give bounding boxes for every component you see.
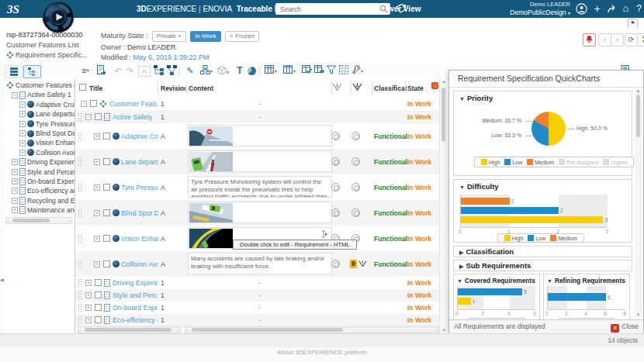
drag-handle[interactable] (78, 183, 81, 192)
row-checkbox[interactable] (103, 133, 110, 140)
settings-button[interactable]: ▾ (351, 65, 363, 77)
content-cell[interactable]: Many accidents are caused by late brakin… (188, 253, 332, 274)
expand-toggle[interactable]: + (85, 305, 92, 311)
title-horizontal-scrollbar[interactable]: ‹ › (78, 326, 181, 333)
covered-header[interactable]: ▼Covered Requirements (454, 274, 539, 284)
add-icon[interactable]: + (590, 2, 604, 16)
redo-button[interactable]: ↷ (125, 65, 134, 77)
tree-item[interactable]: +On-board Experience 1 (6, 177, 74, 186)
expand-toggle[interactable]: + (85, 292, 92, 298)
scroll-up-icon[interactable]: ▲ (440, 79, 448, 84)
table-row[interactable]: + Driving Experience 1 - In Work (75, 277, 439, 290)
content-cell[interactable]: - (188, 113, 332, 121)
drag-handle[interactable] (78, 315, 81, 325)
refining-header[interactable]: ▼Refining Requirements (544, 274, 629, 284)
scroll-left-icon[interactable]: ‹ (79, 327, 81, 333)
tree-item[interactable]: +Lane departure warni (6, 109, 74, 119)
scrollbar-thumb[interactable] (85, 328, 171, 332)
column-revision[interactable]: Revision (161, 84, 185, 92)
container-button[interactable]: ▾ (217, 65, 229, 77)
previous-button[interactable]: ‹ (598, 33, 611, 47)
row-checkbox[interactable] (103, 209, 110, 216)
next-button[interactable]: › (611, 33, 624, 47)
title-link[interactable]: Adaptive Cruise Cont (121, 133, 158, 140)
maturity-next-button[interactable]: + Frozen (225, 31, 259, 42)
user-menu[interactable]: Demo LEADER DemoPublicDesign ▾ (510, 1, 570, 17)
column-state[interactable]: State (407, 84, 424, 92)
search-input[interactable] (279, 4, 378, 15)
table-row[interactable]: + Collision Avoidance A Many accidents a… (75, 251, 439, 278)
autofit-button[interactable]: A (138, 66, 151, 77)
title-link[interactable]: Vision Enhancement (121, 235, 158, 243)
row-checkbox[interactable] (90, 100, 97, 107)
collapse-left-icon[interactable]: ◀ (0, 277, 4, 282)
title-link[interactable]: On-board Experience (113, 304, 158, 312)
tree-item[interactable]: +Blind Spot Detection (6, 129, 74, 138)
drag-handle[interactable] (78, 303, 81, 312)
classification-section-header[interactable]: ▶Classification (453, 246, 632, 257)
text-format-button[interactable]: T (235, 65, 244, 77)
scrollbar-thumb[interactable] (12, 219, 50, 222)
export-document-button[interactable] (96, 65, 106, 77)
tree-item[interactable]: +Collision Avoidance A (6, 148, 74, 157)
content-cell[interactable] (188, 150, 332, 172)
drag-handle[interactable] (78, 291, 81, 300)
row-checkbox[interactable] (103, 158, 110, 165)
expand-toggle[interactable]: + (12, 169, 18, 175)
drag-handle[interactable] (78, 234, 81, 243)
drag-handle[interactable] (78, 112, 81, 122)
title-link[interactable]: Driving Experience (113, 279, 158, 287)
undo-button[interactable]: ↶ (113, 65, 123, 77)
maturity-current-button[interactable]: In Work (190, 31, 220, 42)
export-table-button[interactable] (314, 65, 324, 77)
collapse-toggle[interactable]: − (85, 114, 92, 120)
title-link[interactable]: Blind Spot Detection (121, 209, 158, 217)
scrollbar-thumb[interactable] (441, 88, 445, 142)
expand-toggle[interactable]: + (19, 130, 26, 136)
drag-handle[interactable] (78, 209, 81, 218)
avatar-icon[interactable] (575, 2, 588, 16)
collapse-toggle[interactable]: − (81, 101, 87, 107)
sub-requirements-section-header[interactable]: ▶Sub Requirements (453, 260, 632, 271)
view-tree-button[interactable] (23, 65, 41, 78)
refining-requirements-column-icon[interactable] (352, 82, 362, 92)
table-row[interactable]: − Active Safety 1 - In Work (75, 110, 439, 124)
table-row[interactable]: + Blind Spot Detection A Functional In W… (75, 200, 439, 226)
title-link[interactable]: Collision Avoidance (121, 260, 158, 268)
table-vertical-scrollbar[interactable]: ▲ ▼ (439, 78, 447, 333)
edit-table-button[interactable]: ▾ (265, 65, 277, 77)
structure-button[interactable]: ▾ (200, 65, 213, 77)
tree-item-root[interactable]: Customer Features List 1 (6, 81, 74, 90)
compass-icon[interactable] (42, 1, 74, 33)
edit-button[interactable]: ✎ (185, 65, 196, 77)
expand-toggle[interactable]: + (12, 159, 18, 165)
column-classification[interactable]: Classification (374, 84, 407, 92)
scrollbar-thumb[interactable] (192, 328, 343, 332)
content-cell[interactable]: - (188, 100, 332, 108)
drag-handle[interactable] (78, 132, 81, 141)
expand-toggle[interactable]: + (94, 133, 100, 140)
content-cell[interactable] (188, 202, 332, 223)
expand-toggle[interactable]: + (19, 140, 26, 147)
expand-toggle[interactable]: + (94, 236, 100, 242)
table-row[interactable]: + Lane departure warni A Functional In W… (75, 149, 439, 175)
title-link[interactable]: Lane departure warni (121, 158, 158, 166)
content-cell[interactable]: - (188, 304, 332, 312)
content-cell[interactable]: Tyre Pressure Monotoring system will con… (188, 176, 332, 198)
select-all-checkbox[interactable] (79, 84, 86, 91)
refresh-button[interactable]: ⟳ (625, 33, 638, 47)
collapse-header-button[interactable]: ▲ ▼ (637, 33, 644, 47)
scroll-right-icon[interactable]: › (178, 327, 179, 333)
close-button[interactable]: ×Close (611, 320, 639, 333)
validate-button[interactable] (302, 65, 312, 77)
column-content[interactable]: Content (189, 84, 213, 92)
drag-handle[interactable] (78, 260, 81, 269)
columns-button[interactable]: ▾ (283, 65, 296, 77)
content-cell[interactable]: - (188, 316, 332, 324)
home-icon[interactable]: ⌂ (619, 2, 632, 16)
expand-toggle[interactable]: + (94, 184, 100, 191)
search-box[interactable] (275, 3, 390, 15)
title-link[interactable]: Tyre Pressure Monito (121, 184, 158, 191)
row-checkbox[interactable] (103, 260, 110, 267)
scroll-up-icon[interactable]: ▲ (635, 88, 642, 93)
